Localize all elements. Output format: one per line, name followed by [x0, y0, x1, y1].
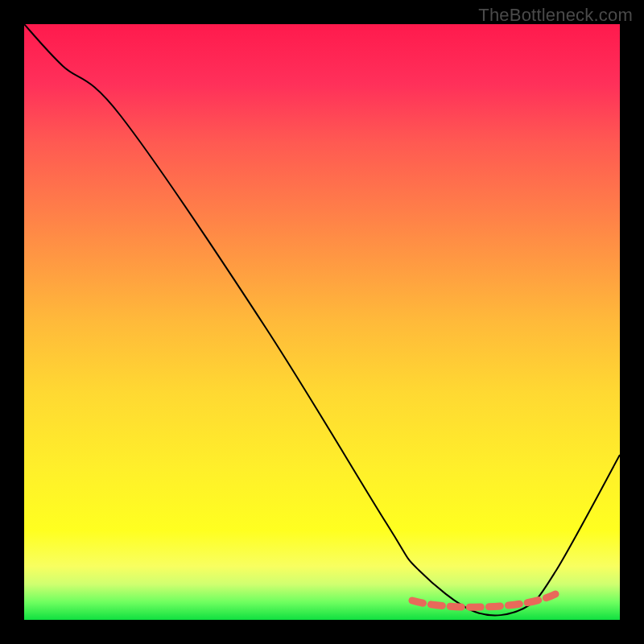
bottleneck-curve-line [24, 24, 620, 615]
optimal-range-marker [412, 594, 555, 607]
chart-svg [24, 24, 620, 620]
chart-plot-area [24, 24, 620, 620]
watermark-text: TheBottleneck.com [478, 5, 633, 26]
